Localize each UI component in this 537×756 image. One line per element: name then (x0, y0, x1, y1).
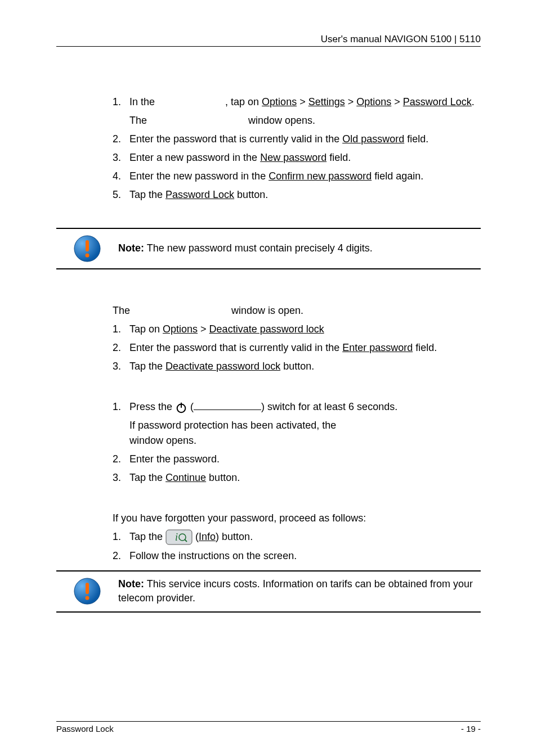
step-number: 1. (113, 322, 129, 337)
note-text: Note: This service incurs costs. Informa… (118, 577, 481, 605)
note-box: Note: The new password must contain prec… (56, 228, 481, 269)
svg-point-2 (86, 254, 90, 258)
section-change-password: 1. In the , tap on Options > Settings > … (113, 94, 481, 202)
info-icon: i (165, 529, 193, 545)
svg-rect-1 (86, 240, 89, 251)
svg-rect-10 (86, 583, 89, 594)
step-text: Follow the instructions on the screen. (129, 548, 481, 564)
sub-text: If password protection has been activate… (129, 418, 481, 448)
step-number: 1. (113, 529, 129, 545)
alert-icon (73, 577, 101, 605)
header: User's manual NAVIGON 5100 | 5110 (56, 34, 481, 47)
step-text: Press the () switch for at least 6 secon… (129, 399, 481, 415)
step-text: Enter the password that is currently val… (129, 132, 481, 147)
step-text: In the , tap on Options > Settings > Opt… (129, 94, 481, 110)
step-text: Enter the password that is currently val… (129, 340, 481, 356)
footer-left: Password Lock (56, 724, 114, 734)
step-number: 2. (113, 452, 129, 467)
footer: Password Lock - 19 - (56, 721, 481, 734)
sub-text: The window opens. (129, 113, 481, 128)
step-text: Tap on Options > Deactivate password loc… (129, 322, 481, 337)
section-deactivate: The window is open. 1. Tap on Options > … (113, 303, 481, 374)
note-text: Note: The new password must contain prec… (118, 241, 373, 255)
alert-icon (73, 235, 101, 263)
step-number: 4. (113, 169, 129, 184)
step-text: Tap the Deactivate password lock button. (129, 359, 481, 374)
step-text: Tap the Password Lock button. (129, 187, 481, 202)
step-number: 1. (113, 94, 129, 110)
power-icon (175, 401, 187, 413)
step-text: Tap the i (Info) button. (129, 529, 481, 545)
step-number: 5. (113, 187, 129, 202)
step-text: Tap the Continue button. (129, 470, 481, 485)
footer-right: - 19 - (461, 724, 481, 734)
svg-text:i: i (175, 532, 178, 543)
step-number: 2. (113, 340, 129, 356)
step-number: 1. (113, 399, 129, 415)
step-number: 3. (113, 150, 129, 165)
step-text: Enter a new password in the New password… (129, 150, 481, 165)
step-number: 3. (113, 359, 129, 374)
intro-text: If you have forgotten your password, pro… (113, 511, 481, 526)
step-number: 2. (113, 132, 129, 147)
step-number: 2. (113, 548, 129, 564)
intro-text: The window is open. (113, 303, 481, 318)
note-box: Note: This service incurs costs. Informa… (56, 570, 481, 612)
step-number: 3. (113, 470, 129, 485)
svg-point-11 (86, 596, 90, 600)
section-switchon: 1. Press the () switch for at least 6 se… (113, 399, 481, 485)
section-forgot: If you have forgotten your password, pro… (113, 511, 481, 564)
step-text: Enter the password. (129, 452, 481, 467)
step-text: Enter the new password in the Confirm ne… (129, 169, 481, 184)
